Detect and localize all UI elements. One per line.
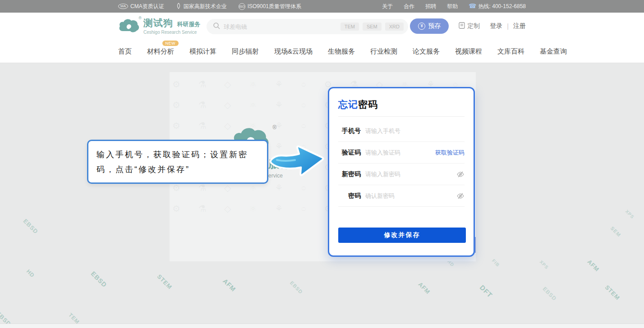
bg-label: XPS (624, 209, 635, 219)
new-password-input[interactable] (365, 171, 456, 178)
watermark-registered-mark: ® (272, 124, 276, 131)
nav-item-paper-services[interactable]: 论文服务 (413, 47, 440, 56)
new-password-field-label: 新密码 (338, 170, 361, 178)
hightech-badge: 国家高新技术企业 (176, 3, 227, 10)
instruction-callout: 输入手机号，获取验证码；设置新密码，点击“修改并保存” (87, 140, 268, 184)
prepay-button[interactable]: ¥ 预存 (410, 18, 449, 34)
bg-label: SEM (610, 225, 622, 237)
code-field-row: 验证码 获取验证码 (338, 142, 465, 164)
nav-item-home[interactable]: 首页 (118, 47, 132, 56)
iso-badge: ISO ISO9001质量管理体系 (239, 3, 301, 10)
document-icon (459, 22, 465, 30)
bg-label: FIB (491, 258, 501, 268)
custom-button[interactable]: 定制 (459, 22, 480, 30)
phone-input[interactable] (365, 128, 465, 134)
search-input[interactable] (224, 23, 340, 30)
logo-cloud-icon: ® (118, 18, 140, 34)
site-logo[interactable]: ® 测试狗 科研服务 Ceshigo Research Service (118, 17, 200, 35)
brand-sub: 科研服务 (177, 21, 200, 27)
bg-label: XPS (538, 259, 549, 270)
phone-field-label: 手机号 (338, 127, 361, 135)
new-password-field-row: 新密码 (338, 164, 465, 185)
iso-badge-label: ISO9001质量管理体系 (248, 3, 301, 10)
hot-tag-tem[interactable]: TEM (340, 23, 359, 31)
bg-label: EBSD (22, 218, 40, 235)
nav-item-material-analysis-label: 材料分析 (147, 47, 174, 55)
hightech-badge-label: 国家高新技术企业 (184, 3, 227, 10)
logo-text: 测试狗 科研服务 Ceshigo Research Service (143, 17, 200, 35)
nav-item-synchrotron[interactable]: 同步辐射 (232, 47, 259, 56)
bg-label: HD (25, 268, 36, 279)
instruction-text: 输入手机号，获取验证码；设置新密码，点击“修改并保存” (97, 147, 259, 178)
leaf-icon (176, 3, 181, 10)
confirm-password-input[interactable] (365, 192, 456, 199)
arrow-right-icon (267, 137, 327, 182)
cma-badge-label: CMA资质认证 (130, 3, 164, 10)
eye-off-icon[interactable] (456, 170, 465, 178)
nav-item-material-analysis[interactable]: 材料分析 NEW (147, 47, 174, 56)
nav-item-simulation[interactable]: 模拟计算 (189, 47, 216, 56)
confirm-password-field-row: 密码 (338, 185, 465, 207)
cma-icon: MA (118, 4, 128, 9)
search-icon (213, 22, 220, 31)
confirm-password-field-label: 密码 (338, 192, 361, 200)
code-field-label: 验证码 (338, 149, 361, 157)
hot-search-tags: TEM SEM XRD (340, 23, 404, 31)
eye-off-icon[interactable] (456, 192, 465, 200)
modal-title-highlight: 忘记 (338, 99, 358, 109)
header-actions: ¥ 预存 定制 登录 | 注册 (410, 18, 526, 34)
topbar-link-help[interactable]: 帮助 (447, 3, 458, 10)
forgot-password-modal: 忘记密码 手机号 验证码 获取验证码 新密码 密码 修改并保存 (328, 87, 475, 257)
topbar-link-cooperation[interactable]: 合作 (404, 3, 414, 10)
registered-mark: ® (138, 16, 142, 20)
code-input[interactable] (365, 149, 435, 156)
modal-title: 忘记密码 (338, 98, 465, 111)
cma-badge: MA CMA资质认证 (118, 3, 164, 10)
nav-item-library[interactable]: 文库百科 (497, 47, 524, 56)
register-link[interactable]: 注册 (513, 22, 526, 30)
nav-item-industry-testing[interactable]: 行业检测 (370, 47, 397, 56)
get-code-link[interactable]: 获取验证码 (435, 149, 465, 157)
bg-label: AFM (586, 258, 601, 273)
modal-divider (338, 116, 465, 117)
topbar: MA CMA资质认证 国家高新技术企业 ISO ISO9001质量管理体系 关于… (0, 0, 644, 13)
search-bar: TEM SEM XRD (207, 19, 408, 34)
nav-item-video-courses[interactable]: 视频课程 (455, 47, 482, 56)
topbar-link-about[interactable]: 关于 (382, 3, 393, 10)
nav-item-fund-search[interactable]: 基金查询 (540, 47, 567, 56)
footer-edge (0, 323, 644, 328)
main-content: HD EBSD STEM AFM EBSD AFM DFT EBSD STEM … (0, 63, 644, 328)
hotline: ☎热线: 400-152-6858 (469, 2, 526, 10)
hot-tag-sem[interactable]: SEM (363, 23, 382, 31)
prepay-icon: ¥ (418, 23, 425, 30)
bg-label: EBSD (90, 270, 109, 289)
phone-field-row: 手机号 (338, 120, 465, 142)
save-password-button[interactable]: 修改并保存 (338, 228, 466, 243)
modal-title-rest: 密码 (358, 99, 378, 109)
main-nav: 首页 材料分析 NEW 模拟计算 同步辐射 现场&云现场 生物服务 行业检测 论… (0, 41, 644, 63)
new-badge: NEW (162, 41, 179, 46)
bg-label: AFM (221, 278, 237, 293)
brand-tagline: Ceshigo Research Service (143, 30, 200, 35)
login-register-separator: | (507, 23, 509, 30)
topbar-links: 关于 合作 招聘 帮助 ☎热线: 400-152-6858 (382, 2, 526, 10)
login-link[interactable]: 登录 (490, 22, 502, 30)
certification-badges: MA CMA资质认证 国家高新技术企业 ISO ISO9001质量管理体系 (118, 3, 301, 10)
nav-item-onsite[interactable]: 现场&云现场 (274, 47, 313, 56)
bg-label: STEM (604, 284, 621, 301)
hot-tag-xrd[interactable]: XRD (385, 23, 404, 31)
bg-label: AFM (417, 281, 432, 296)
custom-label: 定制 (467, 22, 480, 30)
bg-label: DFT (478, 283, 494, 299)
brand-name: 测试狗 (143, 18, 173, 28)
header: ® 测试狗 科研服务 Ceshigo Research Service TEM … (0, 13, 644, 41)
iso-icon: ISO (239, 3, 245, 10)
hotline-number: 热线: 400-152-6858 (478, 3, 526, 9)
bg-label: STEM (156, 273, 174, 291)
bg-label: EBSD (542, 286, 558, 302)
nav-item-bio-services[interactable]: 生物服务 (328, 47, 355, 56)
bg-label: EBSD (289, 280, 304, 295)
phone-icon: ☎ (469, 2, 476, 9)
prepay-label: 预存 (428, 22, 441, 30)
topbar-link-jobs[interactable]: 招聘 (425, 3, 436, 10)
